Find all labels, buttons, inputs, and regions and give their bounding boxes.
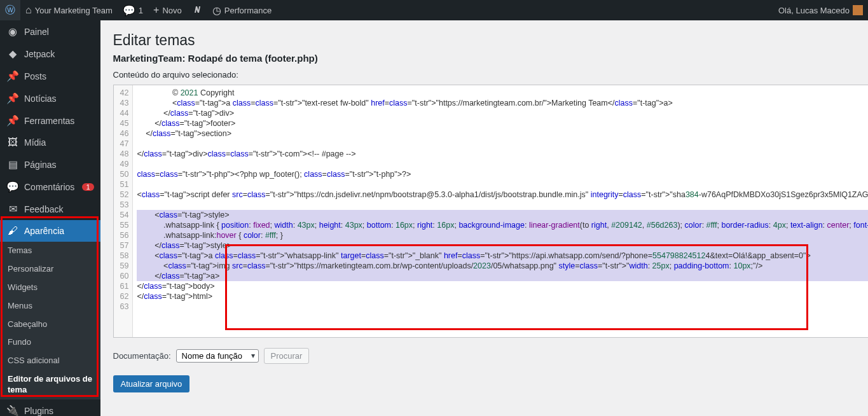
plugins-icon: 🔌 <box>6 405 19 416</box>
submenu-item[interactable]: Fundo <box>0 333 100 352</box>
comments-icon: 💬 <box>6 181 19 193</box>
code-line[interactable]: </class="t-tag">html> <box>137 291 868 302</box>
page-title: Editar temas <box>113 32 869 49</box>
site-name-link[interactable]: ⌂Your Marketing Team <box>20 0 118 20</box>
code-line[interactable] <box>137 302 868 312</box>
my-account-link[interactable]: Olá, Lucas Macedo <box>773 0 868 20</box>
sidebar-item-mídia[interactable]: 🖾Mídia <box>0 132 100 153</box>
sidebar-item-label: Plugins <box>24 406 53 416</box>
sidebar-item-label: Painel <box>24 27 49 37</box>
code-line[interactable]: <class="t-tag">script defer src=class="t… <box>137 190 868 200</box>
wp-logo[interactable]: ⓦ <box>0 0 20 20</box>
documentation-select[interactable]: Nome da função <box>176 349 259 363</box>
pages-icon: ▤ <box>6 158 19 170</box>
pin-icon: 📌 <box>6 70 19 82</box>
avatar-icon <box>853 5 863 15</box>
badge: 1 <box>82 183 93 191</box>
sidebar-item-comentários[interactable]: 💬Comentários1 <box>0 176 100 198</box>
performance-label: Performance <box>224 6 272 15</box>
sidebar-item-label: Feedback <box>24 204 63 214</box>
performance-link[interactable]: ◷Performance <box>207 0 277 20</box>
sidebar-item-label: Comentários <box>24 182 74 192</box>
code-line[interactable]: .whatsapp-link { position: fixed; width:… <box>137 220 868 230</box>
submenu-item[interactable]: Editor de arquivos de tema <box>0 370 100 399</box>
sidebar-item-aparência[interactable]: 🖌Aparência <box>0 220 100 242</box>
sidebar-item-label: Páginas <box>24 160 57 170</box>
pin-icon: 📌 <box>6 114 19 127</box>
sidebar-item-ferramentas[interactable]: 📌Ferramentas <box>0 109 100 132</box>
documentation-label: Documentação: <box>113 351 171 361</box>
code-line[interactable]: </class="t-tag">section> <box>137 128 868 139</box>
sidebar-item-label: Mídia <box>24 137 46 148</box>
documentation-search-button[interactable]: Procurar <box>264 348 310 364</box>
update-file-button[interactable]: Atualizar arquivo <box>113 375 190 392</box>
code-line[interactable]: class=class="t-str">"t-php"><?php wp_foo… <box>137 169 868 179</box>
media-icon: 🖾 <box>6 137 19 148</box>
jetpack-icon: ◆ <box>6 48 19 60</box>
code-line[interactable]: </class="t-tag">body> <box>137 281 868 291</box>
file-heading: MarketingTeam: Rodapé do tema (footer.ph… <box>113 53 318 64</box>
submenu-item[interactable]: Widgets <box>0 279 100 297</box>
code-line[interactable]: <class="t-tag">style> <box>137 210 868 220</box>
code-line[interactable]: </class="t-tag">div>class=class="t-str">… <box>137 149 868 159</box>
sidebar-item-label: Posts <box>24 71 46 81</box>
line-gutter: 4243444546474849505152535455565758596061… <box>114 85 134 337</box>
page-content: Ajuda ▾ Editar temas MarketingTeam: Roda… <box>100 20 869 416</box>
submenu-item[interactable]: CSS adicional <box>0 352 100 370</box>
sidebar-item-label: Aparência <box>24 226 64 236</box>
code-line[interactable]: </class="t-tag">div> <box>137 108 868 118</box>
pin-icon: 📌 <box>6 92 19 104</box>
comments-link[interactable]: 💬1 <box>118 0 148 20</box>
feedback-icon: ✉ <box>6 203 19 215</box>
code-line[interactable]: © 2021 Copyright <box>137 88 868 98</box>
code-line[interactable] <box>137 159 868 169</box>
sidebar-item-posts[interactable]: 📌Posts <box>0 65 100 87</box>
sidebar-item-jetpack[interactable]: ◆Jetpack <box>0 43 100 65</box>
code-line[interactable]: </class="t-tag">footer> <box>137 118 868 128</box>
new-label: Novo <box>162 6 181 15</box>
sidebar-item-feedback[interactable]: ✉Feedback <box>0 198 100 220</box>
new-content-link[interactable]: +Novo <box>148 0 187 20</box>
code-line[interactable]: <class="t-tag">img src=class="t-str">"ht… <box>137 261 868 271</box>
comments-count: 1 <box>139 6 143 15</box>
site-name-label: Your Marketing Team <box>35 6 113 15</box>
admin-toolbar: ⓦ ⌂Your Marketing Team 💬1 +Novo ◷Perform… <box>0 0 868 20</box>
code-line[interactable]: <class="t-tag">a class=class="t-str">"te… <box>137 98 868 108</box>
admin-sidebar: ◉Painel◆Jetpack📌Posts📌Notícias📌Ferrament… <box>0 20 100 416</box>
dashboard-icon: ◉ <box>6 25 19 38</box>
code-editor[interactable]: 4243444546474849505152535455565758596061… <box>113 85 869 338</box>
code-line[interactable]: .whatsapp-link:hover { color: #fff; } <box>137 230 868 240</box>
sidebar-item-páginas[interactable]: ▤Páginas <box>0 153 100 176</box>
submenu-item[interactable]: Temas <box>0 242 100 260</box>
code-line[interactable] <box>137 200 868 210</box>
submenu-item[interactable]: Cabeçalho <box>0 315 100 334</box>
sidebar-item-notícias[interactable]: 📌Notícias <box>0 87 100 109</box>
yoast-link[interactable] <box>187 0 207 20</box>
submenu-item[interactable]: Personalizar <box>0 260 100 279</box>
code-line[interactable]: </class="t-tag">a> <box>137 271 868 281</box>
code-line[interactable] <box>137 179 868 190</box>
sidebar-item-label: Jetpack <box>24 49 55 59</box>
code-line[interactable] <box>137 139 868 149</box>
sidebar-item-painel[interactable]: ◉Painel <box>0 20 100 43</box>
sidebar-item-label: Ferramentas <box>24 116 74 126</box>
greeting-label: Olá, Lucas Macedo <box>778 6 850 15</box>
code-line[interactable]: </class="t-tag">style> <box>137 240 868 251</box>
code-line[interactable]: <class="t-tag">a class=class="t-str">"wh… <box>137 251 868 261</box>
submenu-item[interactable]: Menus <box>0 297 100 315</box>
sidebar-item-label: Notícias <box>24 94 57 104</box>
sidebar-item-plugins[interactable]: 🔌Plugins <box>0 399 100 416</box>
code-lines[interactable]: © 2021 Copyright <class="t-tag">a class=… <box>133 85 868 337</box>
appearance-icon: 🖌 <box>6 225 19 237</box>
content-label: Conteúdo do arquivo selecionado: <box>113 70 318 80</box>
